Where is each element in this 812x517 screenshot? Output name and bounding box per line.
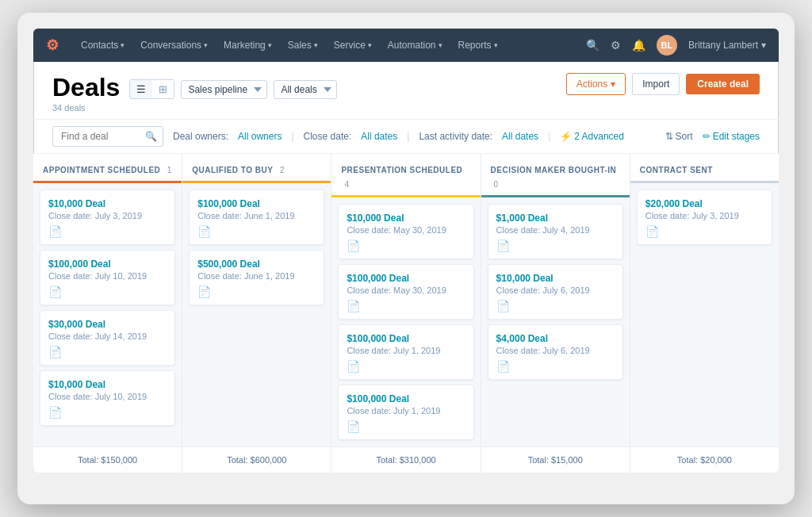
column-header-presentation-scheduled: PRESENTATION SCHEDULED 4 — [331, 154, 480, 197]
deal-close-date: Close date: July 3, 2019 — [48, 211, 167, 220]
deal-amount: $100,000 Deal — [347, 273, 465, 284]
settings-icon[interactable]: ⚙ — [611, 39, 621, 52]
avatar[interactable]: BL — [657, 35, 677, 56]
deal-card[interactable]: $1,000 Deal Close date: July 4, 2019 📄 — [488, 204, 623, 259]
deal-amount: $4,000 Deal — [496, 333, 615, 344]
nav-item-sales[interactable]: Sales ▾ — [282, 36, 324, 54]
list-view-button[interactable]: ☰ — [130, 80, 152, 98]
nav-item-reports[interactable]: Reports ▾ — [452, 36, 504, 54]
document-icon: 📄 — [48, 225, 167, 238]
nav-item-contacts[interactable]: Contacts ▾ — [75, 36, 131, 54]
filter-icon: ⚡ — [560, 131, 572, 142]
deal-owners-filter[interactable]: All owners — [238, 131, 282, 142]
deal-card[interactable]: $10,000 Deal Close date: July 3, 2019 📄 — [40, 190, 175, 245]
nav-items: Contacts ▾ Conversations ▾ Marketing ▾ S… — [75, 36, 586, 54]
deal-amount: $500,000 Deal — [197, 258, 316, 270]
deal-amount: $10,000 Deal — [48, 379, 167, 390]
deal-card[interactable]: $100,000 Deal Close date: July 1, 2019 📄 — [338, 324, 473, 380]
deal-card[interactable]: $500,000 Deal Close date: June 1, 2019 📄 — [189, 250, 324, 305]
edit-stages-button[interactable]: ✏ Edit stages — [703, 131, 760, 142]
column-footer-appointment-scheduled: Total: $150,000 — [33, 446, 182, 473]
document-icon: 📄 — [347, 300, 465, 312]
deal-card[interactable]: $100,000 Deal Close date: June 1, 2019 📄 — [189, 190, 324, 245]
column-header-appointment-scheduled: APPOINTMENT SCHEDULED 1 — [33, 154, 182, 183]
chevron-down-icon: ▾ — [314, 41, 318, 49]
deal-card[interactable]: $20,000 Deal Close date: July 3, 2019 📄 — [637, 190, 772, 245]
column-footer-presentation-scheduled: Total: $310,000 — [331, 446, 480, 473]
deal-amount: $20,000 Deal — [645, 198, 764, 209]
deal-amount: $1,000 Deal — [496, 213, 615, 224]
actions-button[interactable]: Actions ▾ — [566, 73, 626, 95]
screen: ⚙ Contacts ▾ Conversations ▾ Marketing ▾… — [33, 29, 779, 473]
nav-item-service[interactable]: Service ▾ — [327, 36, 378, 54]
chevron-down-icon: ▾ — [494, 41, 498, 49]
column-appointment-scheduled: APPOINTMENT SCHEDULED 1 $10,000 Deal Clo… — [33, 154, 182, 473]
pipeline-select[interactable]: Sales pipeline — [181, 80, 267, 99]
chevron-down-icon: ▾ — [439, 41, 442, 49]
import-button[interactable]: Import — [632, 73, 680, 95]
column-body-appointment-scheduled: $10,000 Deal Close date: July 3, 2019 📄 … — [33, 183, 182, 446]
sort-icon: ⇅ — [665, 131, 673, 142]
column-title: QUALIFIED TO BUY — [192, 166, 273, 174]
column-decision-maker-bought-in: DECISION MAKER BOUGHT-IN 0 $1,000 Deal C… — [481, 154, 630, 473]
deal-card[interactable]: $100,000 Deal Close date: May 30, 2019 📄 — [338, 264, 473, 320]
document-icon: 📄 — [496, 239, 615, 252]
create-deal-button[interactable]: Create deal — [686, 74, 760, 94]
deal-amount: $100,000 Deal — [347, 393, 465, 404]
column-qualified-to-buy: QUALIFIED TO BUY 2 $100,000 Deal Close d… — [182, 154, 331, 473]
deal-close-date: Close date: July 6, 2019 — [496, 346, 615, 355]
column-header-qualified-to-buy: QUALIFIED TO BUY 2 — [182, 154, 331, 183]
deal-amount: $30,000 Deal — [48, 319, 167, 330]
deal-card[interactable]: $100,000 Deal Close date: July 1, 2019 📄 — [338, 385, 473, 440]
column-contract-sent: CONTRACT SENT $20,000 Deal Close date: J… — [630, 154, 779, 473]
deal-close-date: Close date: July 1, 2019 — [347, 406, 465, 416]
deal-close-date: Close date: July 4, 2019 — [496, 225, 615, 235]
deal-card[interactable]: $100,000 Deal Close date: July 10, 2019 … — [40, 250, 175, 305]
nav-item-conversations[interactable]: Conversations ▾ — [134, 36, 214, 54]
nav-item-marketing[interactable]: Marketing ▾ — [217, 36, 278, 54]
column-body-qualified-to-buy: $100,000 Deal Close date: June 1, 2019 📄… — [182, 183, 331, 446]
notifications-icon[interactable]: 🔔 — [632, 39, 645, 52]
grid-view-button[interactable]: ⊞ — [152, 80, 174, 98]
document-icon: 📄 — [197, 285, 316, 298]
last-activity-filter[interactable]: All dates — [502, 131, 538, 142]
column-count: 1 — [167, 166, 172, 174]
search-icon[interactable]: 🔍 — [586, 39, 599, 52]
document-icon: 📄 — [347, 239, 465, 252]
deal-amount: $100,000 Deal — [48, 258, 167, 270]
deal-close-date: Close date: June 1, 2019 — [197, 211, 316, 220]
advanced-filter[interactable]: ⚡ 2 Advanced — [560, 131, 624, 142]
deal-card[interactable]: $10,000 Deal Close date: July 6, 2019 📄 — [488, 264, 623, 320]
page-title: Deals — [52, 73, 120, 102]
sort-button[interactable]: ⇅ Sort — [665, 131, 693, 142]
document-icon: 📄 — [347, 420, 465, 433]
document-icon: 📄 — [48, 346, 167, 358]
deal-close-date: Close date: July 6, 2019 — [496, 285, 615, 295]
deal-close-date: Close date: July 14, 2019 — [48, 331, 167, 341]
document-icon: 📄 — [496, 360, 615, 373]
deal-card[interactable]: $4,000 Deal Close date: July 6, 2019 📄 — [488, 324, 623, 380]
document-icon: 📄 — [347, 360, 465, 373]
chevron-down-icon: ▾ — [761, 40, 766, 51]
nav-item-automation[interactable]: Automation ▾ — [381, 36, 449, 54]
deal-amount: $100,000 Deal — [197, 198, 316, 209]
user-name[interactable]: Brittany Lambert ▾ — [688, 40, 766, 51]
document-icon: 📄 — [496, 300, 615, 312]
deal-owners-label: Deal owners: — [173, 131, 228, 142]
column-title: PRESENTATION SCHEDULED — [341, 166, 462, 174]
column-body-decision-maker-bought-in: $1,000 Deal Close date: July 4, 2019 📄 $… — [481, 197, 630, 446]
chevron-down-icon: ▾ — [204, 41, 208, 49]
deal-amount: $10,000 Deal — [48, 198, 167, 209]
deal-card[interactable]: $10,000 Deal Close date: July 10, 2019 📄 — [40, 370, 175, 426]
chevron-down-icon: ▾ — [611, 79, 615, 90]
deals-filter-select[interactable]: All deals — [274, 80, 337, 99]
header-actions: Actions ▾ Import Create deal — [566, 73, 760, 95]
kanban-board: APPOINTMENT SCHEDULED 1 $10,000 Deal Clo… — [33, 154, 779, 473]
deal-card[interactable]: $30,000 Deal Close date: July 14, 2019 📄 — [40, 310, 175, 366]
navbar: ⚙ Contacts ▾ Conversations ▾ Marketing ▾… — [33, 29, 779, 62]
column-count: 0 — [494, 180, 499, 189]
close-date-filter[interactable]: All dates — [361, 131, 397, 142]
chevron-down-icon: ▾ — [121, 41, 124, 49]
search-icon: 🔍 — [145, 131, 157, 142]
deal-card[interactable]: $10,000 Deal Close date: May 30, 2019 📄 — [338, 204, 473, 259]
